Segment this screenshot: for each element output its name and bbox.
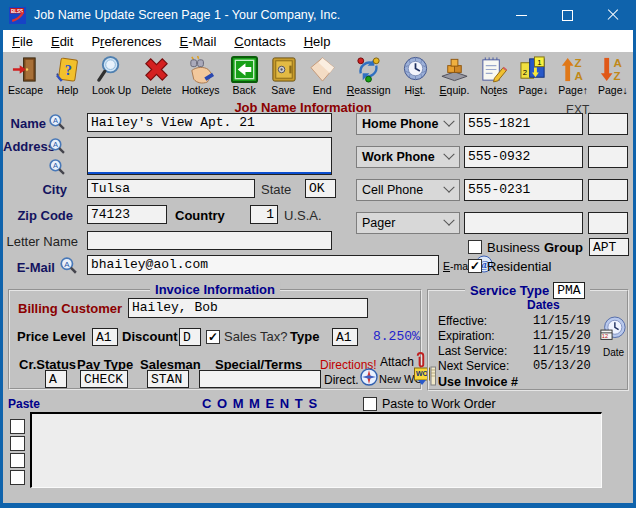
- address-line1-selected[interactable]: 12398 South Main St.: [88, 172, 331, 175]
- last-service-label: Last Service:: [438, 344, 507, 358]
- price-level-field[interactable]: A1: [92, 328, 118, 346]
- menu-email[interactable]: E-Mail: [170, 34, 225, 49]
- page-down-icon: 21: [519, 54, 548, 84]
- svg-text:A: A: [53, 140, 58, 149]
- name-field[interactable]: Hailey's View Apt. 21: [87, 113, 332, 132]
- paste-checkbox-1[interactable]: [10, 419, 25, 434]
- end-eraser-icon: [308, 54, 337, 84]
- client-area: File Edit Preferences E-Mail Contacts He…: [3, 30, 633, 503]
- toolbar-back-button[interactable]: Back: [230, 54, 259, 96]
- app-logo-icon: BLSS: [9, 7, 26, 24]
- chevron-down-icon: [443, 149, 454, 160]
- zip-code-field[interactable]: 74123: [87, 205, 167, 224]
- toolbar-page-down-button[interactable]: 21 Page↓: [518, 54, 548, 96]
- toolbar-lookup-button[interactable]: Look Up: [92, 54, 131, 96]
- toolbar-equipment-button[interactable]: Equip.: [440, 54, 470, 96]
- paste-checkbox-3[interactable]: [10, 453, 25, 468]
- phone-type-dropdown-3[interactable]: Cell Phone: [356, 179, 460, 201]
- maximize-icon: [562, 10, 573, 21]
- maximize-button[interactable]: [544, 0, 590, 30]
- hotkeys-hand-icon: [186, 54, 215, 84]
- menu-file[interactable]: File: [3, 34, 42, 49]
- minimize-button[interactable]: [498, 0, 544, 30]
- phone-ext-field-3[interactable]: [588, 179, 628, 201]
- toolbar-history-button[interactable]: Hist.: [401, 54, 430, 96]
- phone-number-field-1[interactable]: 555-1821: [464, 113, 583, 135]
- comments-textarea[interactable]: [30, 412, 602, 488]
- phone-type-dropdown-2[interactable]: Work Phone: [356, 146, 460, 168]
- group-field[interactable]: APT: [589, 238, 629, 256]
- phone-number-field-3[interactable]: 555-0231: [464, 179, 583, 201]
- toolbar-end-button[interactable]: End: [308, 54, 337, 96]
- email-field[interactable]: bhailey@aol.com: [87, 255, 439, 275]
- toolbar-delete-button[interactable]: Delete: [141, 54, 171, 96]
- country-label: Country: [175, 208, 225, 223]
- pay-type-field[interactable]: CHECK: [80, 370, 128, 388]
- salesman-field[interactable]: STAN: [147, 370, 189, 388]
- svg-text:A: A: [574, 69, 583, 82]
- sales-tax-checkbox[interactable]: ✓: [206, 330, 220, 344]
- address-field[interactable]: 12398 South Main St.: [87, 137, 332, 175]
- phone-ext-field-4[interactable]: [588, 212, 628, 234]
- business-checkbox[interactable]: [468, 240, 482, 254]
- toolbar-page-up-sort-button[interactable]: ZA Page↑: [558, 54, 588, 96]
- direct-compass-icon[interactable]: [360, 368, 378, 390]
- phone-ext-field-1[interactable]: [588, 113, 628, 135]
- discount-field[interactable]: D: [179, 328, 201, 346]
- billing-customer-field[interactable]: Hailey, Bob: [128, 298, 368, 318]
- paste-checkbox-4[interactable]: [10, 470, 25, 485]
- use-invoice-label: Use Invoice #: [438, 375, 518, 389]
- address-lookup-icon-2[interactable]: A: [48, 159, 65, 180]
- help-book-icon: ?: [53, 54, 82, 84]
- paste-checkbox-2[interactable]: [10, 436, 25, 451]
- special-terms-field[interactable]: [199, 370, 321, 388]
- toolbar-save-button[interactable]: Save: [269, 54, 298, 96]
- phone-ext-field-2[interactable]: [588, 146, 628, 168]
- toolbar-help-button[interactable]: ? Help: [53, 54, 82, 96]
- date-picker-icon[interactable]: 12: [599, 316, 627, 350]
- close-button[interactable]: [590, 0, 636, 30]
- city-field[interactable]: Tulsa: [87, 179, 255, 198]
- menu-preferences[interactable]: Preferences: [82, 34, 170, 49]
- toolbar-escape-button[interactable]: Escape: [8, 54, 43, 96]
- phone-number-field-4[interactable]: [464, 212, 583, 234]
- toolbar-page-down-sort-button[interactable]: AZ Page↓: [598, 54, 628, 96]
- paste-to-work-order-checkbox[interactable]: [363, 397, 377, 411]
- city-label: City: [3, 182, 67, 197]
- svg-text:2: 2: [523, 68, 527, 77]
- next-service-value: 05/13/20: [533, 359, 591, 373]
- expiration-value: 11/15/20: [533, 329, 591, 343]
- phone-type-dropdown-1[interactable]: Home Phone: [356, 113, 460, 135]
- toolbar-notes-button[interactable]: Notes: [479, 54, 508, 96]
- name-lookup-icon[interactable]: A: [48, 114, 65, 135]
- chevron-down-icon: [443, 215, 454, 226]
- menu-edit[interactable]: Edit: [42, 34, 82, 49]
- phone-type-dropdown-4[interactable]: Pager: [356, 212, 460, 234]
- service-type-field[interactable]: PMA: [553, 282, 584, 299]
- next-service-label: Next Service:: [438, 359, 509, 373]
- business-label: Business: [487, 240, 540, 255]
- residential-checkbox[interactable]: ✓: [468, 259, 482, 273]
- price-level-label: Price Level: [17, 329, 86, 344]
- chevron-down-icon: [443, 182, 454, 193]
- svg-text:?: ?: [65, 62, 72, 78]
- toolbar-reassign-button[interactable]: Reassign: [347, 54, 391, 96]
- country-field[interactable]: 1: [250, 205, 278, 224]
- toolbar-hotkeys-button[interactable]: Hotkeys: [182, 54, 220, 96]
- type-field[interactable]: A1: [332, 328, 358, 346]
- menu-contacts[interactable]: Contacts: [225, 34, 294, 49]
- svg-text:Z: Z: [574, 55, 581, 68]
- letter-name-field[interactable]: [87, 231, 332, 250]
- effective-label: Effective:: [438, 314, 487, 328]
- state-label: State: [261, 182, 291, 197]
- back-arrow-icon: [230, 54, 259, 84]
- menu-help[interactable]: Help: [295, 34, 340, 49]
- phone-number-field-2[interactable]: 555-0932: [464, 146, 583, 168]
- address-lookup-icon-1[interactable]: A: [48, 138, 65, 159]
- cr-status-field[interactable]: A: [45, 370, 67, 388]
- window-title: Job Name Update Screen Page 1 - Your Com…: [34, 8, 340, 22]
- email-lookup-icon[interactable]: A: [59, 257, 77, 279]
- type-label: Type: [290, 329, 319, 344]
- state-field[interactable]: OK: [305, 179, 336, 198]
- direct-label: Direct.: [324, 373, 359, 387]
